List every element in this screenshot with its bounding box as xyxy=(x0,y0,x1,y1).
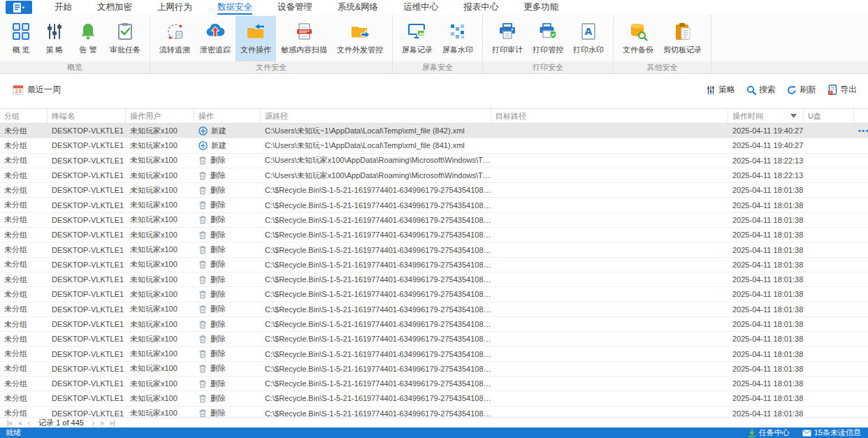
table-row[interactable]: 未分组DESKTOP-VLKTLE1未知玩家x100删除C:\$Recycle.… xyxy=(0,287,868,302)
ribbon-item-打印审计[interactable]: 打印审计 xyxy=(487,16,528,61)
cell-source-path: C:\$Recycle.Bin\S-1-5-21-1619774401-6349… xyxy=(261,305,491,314)
ribbon-group-文件安全: 流转追溯泄密追踪文件操作敏感内容扫描文件外发管控文件安全 xyxy=(150,15,393,73)
ribbon-item-流转追溯[interactable]: 流转追溯 xyxy=(154,16,195,61)
app-menu-button[interactable] xyxy=(6,1,32,14)
prev-page-icon[interactable]: ‹ xyxy=(25,418,33,428)
ribbon-item-屏幕记录[interactable]: 屏幕记录 xyxy=(397,16,437,61)
table-row[interactable]: 未分组DESKTOP-VLKTLE1未知玩家x100删除C:\$Recycle.… xyxy=(0,377,868,391)
ribbon-item-打印管控[interactable]: 打印管控 xyxy=(528,16,568,61)
ribbon-item-label: 泄密追踪 xyxy=(200,45,231,55)
cell-action: 删除 xyxy=(194,379,261,389)
column-header-源路径[interactable]: 源路径 xyxy=(261,109,491,123)
table-row[interactable]: 未分组DESKTOP-VLKTLE1未知玩家x100删除C:\$Recycle.… xyxy=(0,391,868,406)
tab-文档加密[interactable]: 文档加密 xyxy=(97,0,132,15)
ribbon-item-打印水印[interactable]: A打印水印 xyxy=(568,16,609,61)
搜索-button[interactable]: 搜索 xyxy=(746,84,776,96)
column-header-U盘[interactable]: U盘 xyxy=(804,109,854,123)
tab-数据安全[interactable]: 数据安全 xyxy=(217,0,252,15)
cell-source-path: C:\Users\未知玩家x100\AppData\Roaming\Micros… xyxy=(261,170,491,181)
filter-action-label: 刷新 xyxy=(800,84,816,96)
table-row[interactable]: 未分组DESKTOP-VLKTLE1未知玩家x100删除C:\$Recycle.… xyxy=(0,332,868,346)
column-header-操作时间[interactable]: 操作时间 xyxy=(728,109,804,123)
tab-系统&网络[interactable]: 系统&网络 xyxy=(338,0,378,15)
table-row[interactable]: 未分组DESKTOP-VLKTLE1未知玩家x100删除C:\$Recycle.… xyxy=(0,346,868,361)
ribbon-item-剪切板记录[interactable]: 剪切板记录 xyxy=(658,16,707,61)
cell-user: 未知玩家x100 xyxy=(126,304,194,314)
table-row[interactable]: 未分组DESKTOP-VLKTLE1未知玩家x100新建C:\Users\未知玩… xyxy=(0,138,868,153)
ribbon-item-文件操作[interactable]: 文件操作 xyxy=(236,16,276,61)
date-range-filter[interactable]: 23 最近一周 xyxy=(13,84,61,96)
table-row[interactable]: 未分组DESKTOP-VLKTLE1未知玩家x100删除C:\$Recycle.… xyxy=(0,198,868,212)
row-actions-button[interactable]: ••• xyxy=(858,126,868,135)
next-fast-icon[interactable]: » xyxy=(97,418,107,428)
ribbon-item-屏幕水印[interactable]: 屏幕水印 xyxy=(437,16,478,61)
delete-trash-icon xyxy=(198,186,207,195)
tab-开始[interactable]: 开始 xyxy=(55,0,72,15)
action-label: 删除 xyxy=(210,200,226,210)
cell-time: 2025-04-11 18:01:38 xyxy=(728,275,804,284)
table-row[interactable]: 未分组DESKTOP-VLKTLE1未知玩家x100删除C:\$Recycle.… xyxy=(0,242,868,257)
column-filter-caret-icon[interactable] xyxy=(790,114,797,118)
cell-user: 未知玩家x100 xyxy=(126,363,194,374)
刷新-button[interactable]: 刷新 xyxy=(787,84,816,96)
tab-报表中心[interactable]: 报表中心 xyxy=(463,0,498,15)
last-page-icon[interactable]: »| xyxy=(107,418,118,428)
ribbon-item-label: 打印管控 xyxy=(533,45,563,55)
cell-user: 未知玩家x100 xyxy=(126,275,194,285)
table-row[interactable]: 未分组DESKTOP-VLKTLE1未知玩家x100删除C:\Users\未知玩… xyxy=(0,154,868,168)
ribbon-item-概览[interactable]: 概 览 xyxy=(4,16,38,61)
table-row[interactable]: 未分组DESKTOP-VLKTLE1未知玩家x100删除C:\$Recycle.… xyxy=(0,258,868,272)
ribbon-item-文件外发管控[interactable]: 文件外发管控 xyxy=(332,16,388,61)
column-header-操作[interactable]: 操作 xyxy=(194,109,261,123)
table-row[interactable]: 未分组DESKTOP-VLKTLE1未知玩家x100删除C:\$Recycle.… xyxy=(0,228,868,242)
ribbon-item-策略[interactable]: 策 略 xyxy=(38,16,71,61)
table-row[interactable]: 未分组DESKTOP-VLKTLE1未知玩家x100删除C:\$Recycle.… xyxy=(0,362,868,377)
task-center-button[interactable]: 任务中心 xyxy=(748,428,790,438)
column-header-操作用户[interactable]: 操作用户 xyxy=(126,109,194,123)
cell-time: 2025-04-11 18:01:38 xyxy=(728,320,804,328)
table-row[interactable]: 未分组DESKTOP-VLKTLE1未知玩家x100新建C:\Users\未知玩… xyxy=(0,124,868,138)
table-row[interactable]: 未分组DESKTOP-VLKTLE1未知玩家x100删除C:\$Recycle.… xyxy=(0,183,868,198)
cell-time: 2025-04-11 18:01:38 xyxy=(728,409,804,417)
tab-运维中心[interactable]: 运维中心 xyxy=(403,0,438,15)
tab-设备管理[interactable]: 设备管理 xyxy=(277,0,312,15)
unread-messages-button[interactable]: 15条未读信息 xyxy=(802,428,861,438)
column-header-目标路径[interactable]: 目标路径 xyxy=(491,109,728,123)
ribbon-item-label: 流转追溯 xyxy=(159,45,190,55)
table-header: 分组终端名操作用户操作源路径目标路径操作时间U盘 xyxy=(0,108,868,124)
action-label: 删除 xyxy=(210,214,226,225)
delete-trash-icon xyxy=(198,215,207,224)
next-page-icon[interactable]: › xyxy=(89,418,97,428)
table-row[interactable]: 未分组DESKTOP-VLKTLE1未知玩家x100删除C:\$Recycle.… xyxy=(0,272,868,287)
ribbon-item-审批任务[interactable]: 审批任务 xyxy=(105,16,145,61)
tab-更多功能[interactable]: 更多功能 xyxy=(523,0,558,15)
table-row[interactable]: 未分组DESKTOP-VLKTLE1未知玩家x100删除C:\$Recycle.… xyxy=(0,213,868,228)
cell-terminal: DESKTOP-VLKTLE1 xyxy=(48,290,126,298)
cell-group: 未分组 xyxy=(0,304,48,314)
table-row[interactable]: 未分组DESKTOP-VLKTLE1未知玩家x100删除C:\Users\未知玩… xyxy=(0,168,868,183)
导出-button[interactable]: A导出 xyxy=(827,84,857,96)
ribbon-item-文件备份[interactable]: 文件备份 xyxy=(618,16,658,61)
table-row[interactable]: 未分组DESKTOP-VLKTLE1未知玩家x100删除C:\$Recycle.… xyxy=(0,317,868,332)
column-header-终端名[interactable]: 终端名 xyxy=(48,109,126,123)
ribbon-item-label: 告 警 xyxy=(79,45,96,55)
delete-trash-icon xyxy=(198,156,207,165)
task-center-label: 任务中心 xyxy=(759,428,790,438)
record-count-label: 记录 1 of 445 xyxy=(38,418,84,428)
策略-button[interactable]: 策略 xyxy=(706,84,735,96)
column-header-label: 分组 xyxy=(4,111,20,122)
tab-上网行为[interactable]: 上网行为 xyxy=(157,0,192,15)
table-row[interactable]: 未分组DESKTOP-VLKTLE1未知玩家x100删除C:\$Recycle.… xyxy=(0,302,868,317)
cell-user: 未知玩家x100 xyxy=(126,259,194,270)
ribbon-item-告警[interactable]: 告 警 xyxy=(71,16,105,61)
cell-group: 未分组 xyxy=(0,363,48,374)
table-row[interactable]: 未分组DESKTOP-VLKTLE1未知玩家x100删除C:\$Recycle.… xyxy=(0,407,868,417)
cell-action: 删除 xyxy=(194,185,261,196)
status-ready-label: 就绪 xyxy=(6,428,21,438)
prev-fast-icon[interactable]: « xyxy=(15,418,25,428)
file-outgoing-icon xyxy=(349,20,370,43)
first-page-icon[interactable]: |« xyxy=(4,418,15,428)
ribbon-item-敏感内容扫描[interactable]: 敏感内容扫描 xyxy=(276,16,332,61)
column-header-分组[interactable]: 分组 xyxy=(0,109,48,123)
ribbon-item-泄密追踪[interactable]: 泄密追踪 xyxy=(195,16,236,61)
